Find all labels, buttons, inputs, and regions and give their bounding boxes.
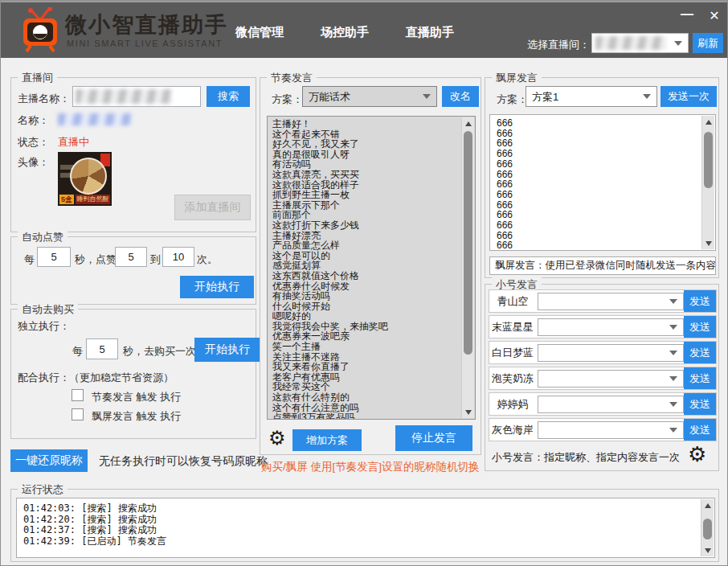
nav-scene-assistant[interactable]: 场控助手 — [321, 25, 369, 40]
restore-nickname-button[interactable]: 一键还原昵称 — [10, 449, 88, 472]
rhythm-message[interactable]: 有抽奖活动吗 — [272, 291, 456, 301]
rhythm-message[interactable]: 优惠券来一波吧亲 — [272, 331, 456, 342]
alt-account-send-button[interactable]: 发送 — [684, 367, 716, 389]
float-message[interactable]: 666 — [497, 231, 695, 241]
close-button[interactable]: ✕ — [706, 7, 723, 25]
nav-wechat-manage[interactable]: 微信管理 — [235, 25, 284, 40]
rhythm-message[interactable]: 点赞到3万有奖品吗 — [272, 412, 456, 419]
scroll-down-icon[interactable] — [702, 237, 714, 249]
rhythm-message[interactable]: 老客户有优惠吗 — [272, 372, 456, 383]
rename-button[interactable]: 改名 — [442, 86, 479, 107]
rhythm-message[interactable]: 这个有什么注意的吗 — [272, 403, 456, 413]
chevron-down-icon — [423, 94, 431, 99]
rhythm-settings-gear-icon[interactable]: ⚙ — [268, 429, 286, 448]
float-message[interactable]: 666 — [497, 159, 695, 170]
float-message[interactable]: 666 — [497, 240, 695, 250]
rhythm-message[interactable]: 好久不见，我又来了 — [272, 139, 456, 150]
add-room-button[interactable]: 添加直播间 — [174, 195, 251, 220]
minimize-button[interactable]: — — [678, 6, 696, 23]
add-plan-button[interactable]: 增加方案 — [292, 429, 362, 451]
scroll-up-icon[interactable] — [462, 117, 474, 129]
rhythm-message[interactable]: 这个看起来不错 — [272, 129, 456, 140]
float-trigger-checkbox[interactable] — [72, 408, 84, 420]
alt-account-send-button[interactable]: 发送 — [684, 393, 716, 415]
rhythm-message[interactable]: 主播好！ — [272, 119, 456, 129]
rhythm-message[interactable]: 这个是可以的 — [272, 251, 456, 261]
alt-account-content-dropdown[interactable] — [538, 293, 684, 310]
scroll-up-icon[interactable] — [702, 116, 714, 128]
anchor-name-input[interactable] — [72, 86, 201, 107]
float-message[interactable]: 666 — [497, 149, 695, 159]
rhythm-message[interactable]: 感觉挺划算 — [272, 260, 456, 271]
float-message[interactable]: 666 — [497, 200, 695, 211]
rhythm-message[interactable]: 这款真漂亮，买买买 — [272, 170, 456, 180]
like-min-input[interactable] — [115, 247, 147, 267]
search-button[interactable]: 搜索 — [207, 86, 250, 107]
log-scrollbar[interactable] — [701, 499, 714, 556]
scroll-down-icon[interactable] — [701, 544, 714, 556]
rhythm-message[interactable]: 什么时候开始 — [272, 301, 456, 312]
float-list-scrollbar[interactable] — [701, 116, 714, 249]
rhythm-message[interactable]: 关注主播不迷路 — [272, 352, 456, 363]
float-message[interactable]: 666 — [497, 179, 695, 190]
alt-account-send-button[interactable]: 发送 — [684, 316, 716, 338]
send-once-button[interactable]: 发送一次 — [661, 86, 717, 107]
alt-account-content-dropdown[interactable] — [538, 421, 684, 439]
refresh-button[interactable]: 刷新 — [693, 33, 723, 53]
rhythm-message[interactable]: 有活动吗 — [272, 159, 456, 170]
rhythm-message[interactable]: 我又来看你直播了 — [272, 362, 456, 372]
scroll-up-icon[interactable] — [701, 499, 714, 511]
float-plan-dropdown[interactable]: 方案1 — [526, 86, 657, 107]
auto-like-start-button[interactable]: 开始执行 — [180, 276, 254, 298]
scroll-down-icon[interactable] — [462, 406, 474, 418]
room-select-dropdown[interactable] — [591, 33, 689, 53]
rhythm-message[interactable]: 主播展示下那个 — [272, 200, 456, 211]
float-message[interactable]: 666 — [497, 138, 695, 149]
alt-account-content-dropdown[interactable] — [538, 318, 684, 336]
like-max-input[interactable] — [162, 247, 194, 267]
rhythm-message[interactable]: 主播好漂亮 — [272, 231, 456, 241]
like-interval-input[interactable] — [37, 247, 71, 267]
status-label: 状态： — [18, 135, 49, 150]
float-message[interactable]: 666 — [497, 220, 695, 231]
rhythm-list-scrollbar[interactable] — [461, 117, 474, 418]
rhythm-message[interactable]: 产品质量怎么样 — [272, 240, 456, 251]
rhythm-trigger-checkbox[interactable] — [72, 389, 84, 401]
rhythm-message[interactable]: 真的是很吸引人呀 — [272, 150, 456, 160]
auto-buy-group-title: 自动去购买 — [18, 302, 78, 317]
float-message[interactable]: 666 — [497, 118, 695, 129]
scrollbar-thumb[interactable] — [703, 519, 712, 539]
alt-account-name: 末蓝星星 — [489, 316, 536, 338]
stop-speaking-button[interactable]: 停止发言 — [395, 425, 472, 451]
rhythm-message[interactable]: 前面那个 — [272, 210, 456, 220]
float-message[interactable]: 666 — [497, 190, 695, 200]
alt-account-content-dropdown[interactable] — [538, 396, 684, 413]
avatar-badge-text: 5盒 — [59, 195, 74, 204]
rhythm-message[interactable]: 抓到野生主播一枚 — [272, 190, 456, 200]
rhythm-message[interactable]: 嗯呢好的 — [272, 311, 456, 322]
alt-settings-gear-icon[interactable]: ⚙ — [688, 444, 706, 465]
rhythm-message[interactable]: 这款很适合我的样子 — [272, 180, 456, 191]
buy-interval-input[interactable] — [86, 338, 118, 359]
float-message[interactable]: 666 — [497, 170, 695, 180]
alt-account-content-dropdown[interactable] — [538, 344, 684, 362]
rhythm-message[interactable]: 我经常买这个 — [272, 382, 456, 392]
alt-account-send-button[interactable]: 发送 — [684, 290, 716, 312]
alt-account-send-button[interactable]: 发送 — [684, 342, 716, 363]
scrollbar-thumb[interactable] — [704, 132, 713, 188]
auto-buy-start-button[interactable]: 开始执行 — [194, 338, 260, 362]
rhythm-message[interactable]: 这东西就值这个价格 — [272, 271, 456, 281]
alt-account-content-dropdown[interactable] — [538, 370, 684, 388]
rhythm-message[interactable]: 我觉得我会中奖，来抽奖吧 — [272, 322, 456, 332]
alt-account-send-button[interactable]: 发送 — [684, 419, 716, 441]
rhythm-message[interactable]: 这款有什么特别的 — [272, 392, 456, 403]
chevron-down-icon — [669, 376, 677, 381]
float-message[interactable]: 666 — [497, 210, 695, 220]
rhythm-message[interactable]: 笑一个主播 — [272, 342, 456, 352]
rhythm-message[interactable]: 优惠券什么时候发 — [272, 281, 456, 292]
scrollbar-thumb[interactable] — [464, 131, 472, 355]
nav-live-assistant[interactable]: 直播助手 — [406, 25, 454, 40]
rhythm-plan-dropdown[interactable]: 万能话术 — [302, 86, 437, 107]
float-message[interactable]: 666 — [497, 129, 695, 139]
rhythm-message[interactable]: 这款打折下来多少钱 — [272, 220, 456, 231]
